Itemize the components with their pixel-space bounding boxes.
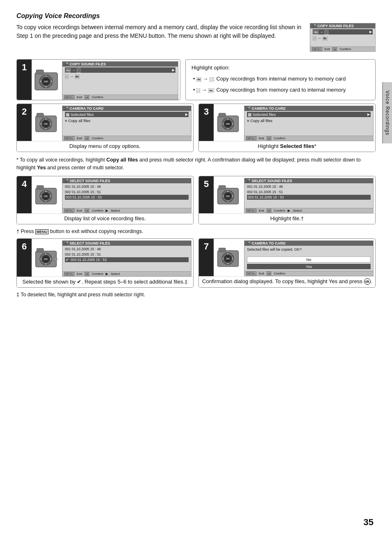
svg-point-75 bbox=[227, 263, 229, 265]
svg-text:OK: OK bbox=[44, 80, 48, 83]
svg-point-62 bbox=[45, 253, 47, 255]
step3-screen-title: 🎤 CAMERA TO CARD bbox=[246, 106, 286, 111]
step5-file-row-1: 002 01.10.2005 15 : 51 bbox=[247, 189, 371, 194]
intro-text: To copy voice recordings between interna… bbox=[16, 23, 302, 40]
step1-highlight-text: Highlight option: IN → □: Copy recording… bbox=[185, 59, 376, 100]
step6-file-row-2: ✔ 003 01.10.2005 15 : 53 bbox=[65, 257, 189, 262]
step-7-camera: OK bbox=[214, 239, 242, 276]
intro-menu-key: MENU bbox=[312, 47, 322, 51]
step1-bullet2: □ → IN: Copy recordings from memory card… bbox=[193, 86, 369, 95]
svg-point-52 bbox=[227, 200, 229, 202]
step2-confirm: Confirm bbox=[92, 136, 103, 140]
svg-point-51 bbox=[227, 190, 229, 192]
svg-point-20 bbox=[40, 123, 42, 125]
intro-menu-screenshot: 🎤 COPY SOUND FILES IN → □ ▶ □ → IN MENU … bbox=[310, 23, 376, 52]
intro-footer-exit: Exit bbox=[325, 47, 330, 51]
step2-row2: ≡ Copy all files bbox=[65, 118, 90, 123]
step1-row1: IN → □ bbox=[66, 68, 81, 72]
svg-rect-26 bbox=[219, 113, 226, 117]
svg-text:OK: OK bbox=[44, 258, 48, 261]
step6-file-row-0: 001 01.10.2005 15 : 46 bbox=[65, 247, 189, 252]
step3-exit: Exit bbox=[259, 136, 264, 140]
step3-row2: ≡ Copy all files bbox=[247, 118, 272, 123]
svg-point-30 bbox=[227, 128, 229, 130]
step-3-number: 3 bbox=[199, 104, 214, 141]
svg-point-19 bbox=[45, 128, 47, 130]
svg-point-7 bbox=[45, 75, 47, 77]
step1-heading: Highlight option: bbox=[191, 64, 369, 72]
step2-exit: Exit bbox=[77, 136, 82, 140]
svg-point-31 bbox=[222, 123, 224, 125]
intro-paragraph: To copy voice recordings between interna… bbox=[16, 24, 301, 39]
step-2-camera: OK bbox=[32, 104, 60, 141]
step-5-box: 5 OK 🎤 S bbox=[198, 176, 376, 224]
svg-point-8 bbox=[45, 86, 47, 88]
step4-file-row-2: 003 01.10.2005 15 : 53 bbox=[65, 195, 189, 200]
step-7-number: 7 bbox=[199, 239, 214, 276]
step-1-number: 1 bbox=[17, 60, 32, 100]
intro-row2: □ → IN bbox=[313, 36, 327, 40]
svg-rect-48 bbox=[219, 185, 226, 189]
svg-point-41 bbox=[45, 200, 47, 202]
step4-caption: Display list of voice recording files. bbox=[17, 213, 193, 224]
step1-footer-confirm: Confirm bbox=[92, 95, 103, 99]
step5-file-row-0: 001 01.10.2005 15 : 46 bbox=[247, 184, 371, 189]
step5-caption: Highlight file.† bbox=[199, 213, 375, 224]
step4-file-row-1: 002 01.10.2005 15 : 51 bbox=[65, 189, 189, 194]
step7-screen-title: 🎤 CAMERA TO CARD bbox=[246, 241, 286, 245]
step7-yes: Yes bbox=[247, 264, 371, 269]
svg-point-64 bbox=[40, 258, 42, 260]
svg-point-53 bbox=[222, 195, 224, 197]
svg-point-65 bbox=[50, 258, 52, 260]
svg-point-32 bbox=[232, 123, 234, 125]
step-3-box: 3 OK 🎤 C bbox=[198, 104, 376, 152]
step6-screen-title: 🎤 SELECT SOUND FILES bbox=[64, 241, 110, 245]
svg-point-74 bbox=[227, 253, 229, 255]
step6-file-row-1: 002 01.10.2005 15 : 51 bbox=[65, 252, 189, 257]
step3-caption: Highlight Selected files* bbox=[199, 141, 375, 152]
step-4-number: 4 bbox=[17, 176, 32, 213]
step-1-camera: OK bbox=[32, 60, 60, 100]
note-2: † Press MENU button to exit without copy… bbox=[16, 228, 376, 234]
step3-confirm: Confirm bbox=[274, 136, 285, 140]
step4-file-row-0: 001 01.10.2005 15 : 46 bbox=[65, 184, 189, 189]
svg-point-40 bbox=[45, 190, 47, 192]
svg-rect-59 bbox=[37, 248, 44, 252]
step-4-camera: OK bbox=[32, 176, 60, 213]
intro-ok-key: ok bbox=[332, 47, 337, 51]
svg-rect-15 bbox=[37, 113, 44, 117]
step-6-box: 6 OK bbox=[16, 238, 194, 288]
svg-point-18 bbox=[45, 118, 47, 120]
side-label: Voice Recordings bbox=[382, 82, 392, 143]
svg-point-76 bbox=[222, 258, 224, 260]
step7-confirm-text: Selected files will be copied. OK? bbox=[247, 247, 371, 252]
step1-row2: □ → IN bbox=[65, 74, 80, 78]
step1-footer-exit: Exit bbox=[77, 95, 82, 99]
intro-row1: IN → □ bbox=[314, 30, 328, 34]
step-6-camera: OK bbox=[32, 239, 60, 277]
step4-screen-title: 🎤 SELECT SOUND FILES bbox=[64, 179, 110, 183]
svg-rect-71 bbox=[219, 248, 226, 252]
step1-screen-title: 🎤 COPY SOUND FILES bbox=[64, 62, 106, 66]
svg-point-21 bbox=[50, 123, 52, 125]
step-6-number: 6 bbox=[17, 239, 32, 277]
page-number: 35 bbox=[364, 517, 374, 527]
step6-caption: Selected file shown by ✔. Repeat steps 5… bbox=[17, 277, 193, 287]
step2-screen-title: 🎤 CAMERA TO CARD bbox=[64, 106, 104, 111]
svg-text:OK: OK bbox=[226, 122, 230, 125]
step7-no: No bbox=[247, 256, 371, 263]
svg-point-9 bbox=[40, 81, 42, 82]
intro-footer-confirm: Confirm bbox=[339, 47, 351, 51]
step-2-box: 2 OK 🎤 C bbox=[16, 104, 194, 152]
step-5-camera: OK bbox=[214, 176, 242, 213]
step-1-box: 1 OK bbox=[16, 59, 180, 100]
svg-point-77 bbox=[232, 258, 234, 260]
step1-bullet1: IN → □: Copy recordings from internal me… bbox=[193, 75, 369, 83]
svg-text:OK: OK bbox=[44, 195, 48, 198]
step5-file-row-2: 003 01.10.2005 15 : 53 bbox=[247, 195, 371, 200]
step7-caption: Confirmation dialog displayed. To copy f… bbox=[199, 276, 375, 288]
intro-menu-title: 🎤 COPY SOUND FILES bbox=[312, 24, 354, 28]
step2-row1: ▦ Selected files bbox=[66, 112, 94, 117]
step-2-number: 2 bbox=[17, 104, 32, 141]
svg-point-42 bbox=[40, 195, 42, 197]
